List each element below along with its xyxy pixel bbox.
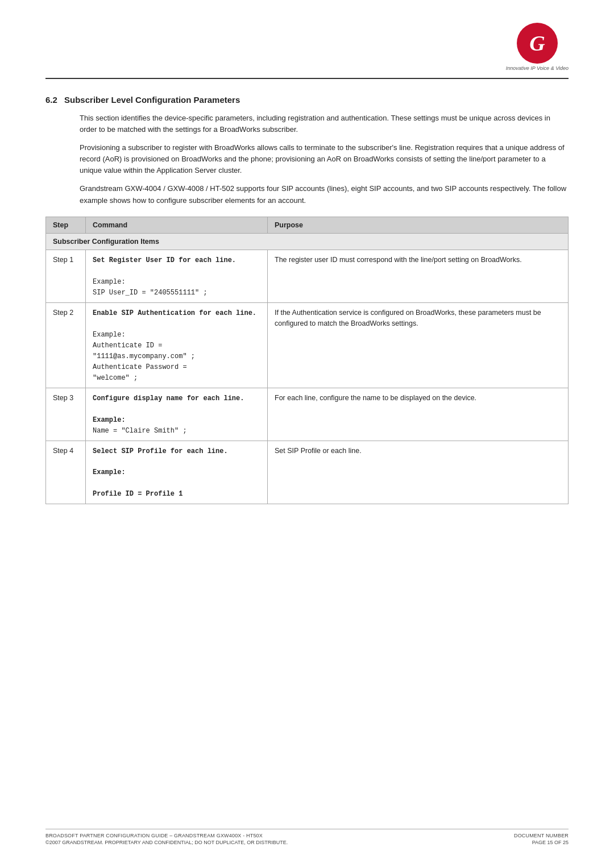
footer-divider	[45, 829, 569, 829]
footer: BROADSOFT PARTNER CONFIGURATION GUIDE – …	[45, 829, 569, 845]
step-4-example-value: Profile ID = Profile 1	[93, 490, 182, 498]
header-divider	[45, 78, 569, 79]
table-row: Step 1 Set Register User ID for each lin…	[46, 250, 569, 303]
step-1-label: Step 1	[46, 250, 86, 303]
footer-top-row: BROADSOFT PARTNER CONFIGURATION GUIDE – …	[45, 833, 569, 838]
step-4-purpose: Set SIP Profile or each line.	[268, 441, 569, 504]
step-2-cmd-bold: Enable SIP Authentication for each line.	[93, 309, 256, 317]
col-step: Step	[46, 217, 86, 233]
step-2-label: Step 2	[46, 303, 86, 388]
step-2-command: Enable SIP Authentication for each line.…	[86, 303, 268, 388]
step-3-example-value: Name = "Claire Smith" ;	[93, 427, 187, 435]
step-4-cmd-bold: Select SIP Profile for each line.	[93, 447, 228, 455]
step-2-example-line3: Authenticate Password =	[93, 363, 187, 371]
step-3-command: Configure display name for each line. Ex…	[86, 388, 268, 441]
step-4-example-label: Example:	[93, 468, 126, 476]
logo-circle: G	[517, 23, 558, 64]
step-4-label: Step 4	[46, 441, 86, 504]
step-2-example-line1: Authenticate ID =	[93, 342, 162, 350]
col-command: Command	[86, 217, 268, 233]
step-1-example-label: Example:	[93, 278, 126, 286]
step-3-cmd-bold: Configure display name for each line.	[93, 394, 244, 402]
section-number: 6.2	[45, 95, 57, 105]
paragraph-3: Grandstream GXW-4004 / GXW-4008 / HT-502…	[80, 183, 569, 206]
step-1-purpose: The register user ID must correspond wit…	[268, 250, 569, 303]
footer-bottom-row: ©2007 GRANDSTREAM. PROPRIETARY AND CONFI…	[45, 840, 569, 845]
logo-container: G Innovative IP Voice & Video	[506, 23, 569, 72]
step-3-label: Step 3	[46, 388, 86, 441]
step-1-cmd-bold: Set Register User ID for each line.	[93, 256, 236, 264]
step-3-purpose: For each line, configure the name to be …	[268, 388, 569, 441]
section-heading: 6.2 Subscriber Level Configuration Param…	[45, 95, 569, 105]
step-2-example-line4: "welcome" ;	[93, 374, 138, 382]
subheader-label: Subscriber Configuration Items	[46, 233, 569, 250]
table-row: Step 4 Select SIP Profile for each line.…	[46, 441, 569, 504]
footer-left-bottom: ©2007 GRANDSTREAM. PROPRIETARY AND CONFI…	[45, 840, 288, 845]
section-title: Subscriber Level Configuration Parameter…	[64, 95, 240, 105]
step-3-example-label: Example:	[93, 416, 126, 424]
logo-tagline: Innovative IP Voice & Video	[506, 65, 569, 72]
page: G Innovative IP Voice & Video 6.2 Subscr…	[0, 0, 614, 868]
step-4-command: Select SIP Profile for each line. Exampl…	[86, 441, 268, 504]
step-2-example-line2: "1111@as.mycompany.com" ;	[93, 352, 195, 360]
logo-letter: G	[529, 32, 545, 54]
table-row: Step 3 Configure display name for each l…	[46, 388, 569, 441]
step-2-example-label: Example:	[93, 331, 126, 339]
paragraph-2: Provisioning a subscriber to register wi…	[80, 142, 569, 176]
header: G Innovative IP Voice & Video	[45, 23, 569, 72]
footer-right-top: DOCUMENT NUMBER	[514, 833, 569, 838]
col-purpose: Purpose	[268, 217, 569, 233]
paragraph-1: This section identifies the device-speci…	[80, 113, 569, 135]
step-1-command: Set Register User ID for each line. Exam…	[86, 250, 268, 303]
footer-left-top: BROADSOFT PARTNER CONFIGURATION GUIDE – …	[45, 833, 263, 838]
step-2-purpose: If the Authentication service is configu…	[268, 303, 569, 388]
footer-right-bottom: PAGE 15 OF 25	[532, 840, 569, 845]
subheader-row: Subscriber Configuration Items	[46, 233, 569, 250]
table-row: Step 2 Enable SIP Authentication for eac…	[46, 303, 569, 388]
step-1-example-value: SIP User_ID = "2405551111" ;	[93, 289, 208, 297]
config-table: Step Command Purpose Subscriber Configur…	[45, 217, 569, 505]
